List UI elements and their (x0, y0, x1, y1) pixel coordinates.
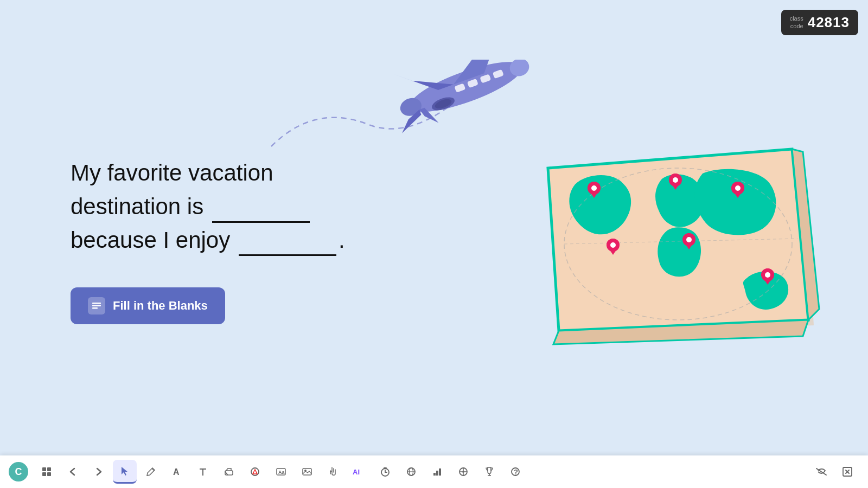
question-line3: because I enjoy . (71, 223, 345, 256)
class-code-badge: class code 42813 (781, 10, 858, 35)
svg-rect-30 (42, 472, 46, 476)
svg-point-20 (735, 185, 741, 191)
code-label: code (790, 23, 803, 30)
question-line2: destination is (71, 189, 345, 223)
svg-point-53 (462, 471, 464, 473)
text-a-button[interactable]: A (165, 460, 189, 484)
back-button[interactable] (61, 460, 85, 484)
media-button[interactable] (295, 460, 319, 484)
fill-blanks-button[interactable]: Fill in the Blanks (71, 287, 225, 324)
svg-point-12 (591, 185, 597, 191)
svg-rect-29 (47, 467, 51, 471)
svg-point-16 (610, 242, 616, 248)
eraser-button[interactable] (217, 460, 241, 484)
svg-rect-23 (92, 303, 101, 304)
forward-button[interactable] (87, 460, 111, 484)
class-label: class (790, 15, 803, 22)
svg-rect-50 (436, 471, 438, 476)
svg-text:AI: AI (353, 468, 360, 476)
main-content: class code 42813 (0, 0, 868, 455)
class-code-number: 42813 (808, 14, 850, 31)
question-line1: My favorite vacation (71, 157, 345, 189)
eye-slash-button[interactable] (809, 460, 833, 484)
svg-point-18 (686, 237, 692, 242)
app-logo[interactable]: C (9, 462, 28, 481)
svg-point-22 (765, 272, 770, 278)
exit-button[interactable] (835, 460, 859, 484)
blank-2 (239, 223, 336, 256)
help-button[interactable]: ? (503, 460, 527, 484)
toolbar: C A Aa AI (0, 455, 868, 488)
trophy-button[interactable] (477, 460, 501, 484)
textbox-button[interactable]: Aa (269, 460, 293, 484)
svg-rect-39 (303, 468, 311, 475)
svg-text:C: C (15, 466, 22, 477)
question-text: My favorite vacation destination is beca… (71, 157, 345, 256)
svg-rect-51 (439, 468, 441, 476)
svg-rect-31 (47, 472, 51, 476)
svg-text:?: ? (514, 468, 518, 476)
fill-blanks-label: Fill in the Blanks (113, 299, 208, 313)
svg-text:A: A (173, 467, 180, 477)
svg-text:Aa: Aa (278, 470, 285, 475)
globe-button[interactable] (399, 460, 423, 484)
svg-rect-28 (42, 467, 46, 471)
timer-button[interactable] (373, 460, 397, 484)
svg-rect-25 (92, 307, 98, 309)
pen-button[interactable] (139, 460, 163, 484)
shape-button[interactable] (243, 460, 267, 484)
svg-rect-24 (92, 305, 101, 307)
chart-button[interactable] (425, 460, 449, 484)
fill-blanks-icon (88, 297, 105, 314)
map-illustration (542, 141, 825, 347)
select-button[interactable] (113, 460, 137, 484)
blank-1 (212, 189, 310, 223)
wheel-button[interactable] (451, 460, 475, 484)
svg-point-14 (673, 177, 678, 183)
grid-button[interactable] (35, 460, 59, 484)
hand-button[interactable] (321, 460, 345, 484)
svg-rect-49 (433, 473, 436, 476)
text-t-button[interactable] (191, 460, 215, 484)
ai-button[interactable]: AI (347, 460, 371, 484)
